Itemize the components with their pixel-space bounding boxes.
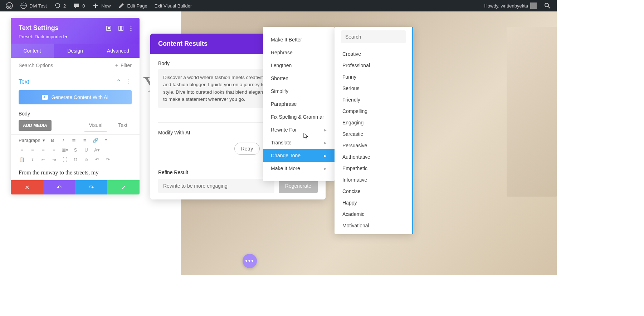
- number-list-icon[interactable]: ≡: [82, 138, 88, 143]
- bullet-list-icon[interactable]: ≣: [71, 138, 77, 143]
- editor-content[interactable]: From the runway to the streets, my: [11, 165, 140, 180]
- cancel-button[interactable]: ✕: [11, 180, 43, 194]
- tone-item-informative[interactable]: Informative: [341, 174, 406, 186]
- tone-search-input[interactable]: [341, 30, 406, 43]
- underline-icon[interactable]: U: [83, 147, 89, 153]
- visual-tab[interactable]: Visual: [84, 119, 107, 132]
- comments-count: 0: [82, 3, 85, 9]
- improve-ai-menu: Make It BetterRephraseLengthenShortenSim…: [263, 27, 335, 181]
- omega-icon[interactable]: Ω: [72, 157, 79, 162]
- tone-item-serious[interactable]: Serious: [341, 83, 406, 94]
- tone-item-funny[interactable]: Funny: [341, 71, 406, 83]
- exit-visual-builder[interactable]: Exit Visual Builder: [152, 0, 195, 11]
- new-label: New: [101, 3, 111, 9]
- ai-menu-item-paraphrase[interactable]: Paraphrase: [263, 98, 335, 110]
- ai-menu-item-shorten[interactable]: Shorten: [263, 72, 335, 85]
- ai-menu-item-lengthen[interactable]: Lengthen: [263, 59, 335, 72]
- emoji-icon[interactable]: ☺: [83, 157, 89, 162]
- kebab-small-icon[interactable]: ⋮: [126, 78, 132, 85]
- comments[interactable]: 0: [70, 0, 88, 11]
- strike-icon[interactable]: S: [72, 147, 79, 153]
- ai-menu-item-simplify[interactable]: Simplify: [263, 85, 335, 98]
- tone-item-happy[interactable]: Happy: [341, 197, 406, 208]
- refresh-icon: [54, 2, 61, 9]
- wp-logo[interactable]: [3, 0, 16, 11]
- align-right-icon[interactable]: ≡: [40, 147, 47, 153]
- paste-icon[interactable]: 📋: [19, 157, 25, 162]
- tone-item-persuasive[interactable]: Persuasive: [341, 140, 406, 151]
- text-tab[interactable]: Text: [114, 119, 132, 132]
- kebab-icon[interactable]: [130, 25, 132, 31]
- tone-item-friendly[interactable]: Friendly: [341, 94, 406, 105]
- retry-button[interactable]: Retry: [234, 143, 260, 155]
- settings-tabs: Content Design Advanced: [11, 44, 140, 58]
- ai-menu-item-rephrase[interactable]: Rephrase: [263, 46, 335, 59]
- svg-rect-6: [121, 26, 123, 30]
- tone-item-creative[interactable]: Creative: [341, 48, 406, 60]
- tone-item-empathetic[interactable]: Empathetic: [341, 163, 406, 174]
- indent-icon[interactable]: ⇥: [51, 157, 57, 162]
- bold-icon[interactable]: B: [49, 138, 56, 143]
- text-section-header[interactable]: Text ⌃ ⋮: [11, 73, 140, 90]
- link-icon[interactable]: 🔗: [92, 138, 99, 143]
- search-toggle[interactable]: [541, 0, 554, 11]
- settings-header: Text Settings Preset: Dark imported ▾: [11, 18, 140, 44]
- tone-item-professional[interactable]: Professional: [341, 60, 406, 71]
- divi-fab[interactable]: •••: [243, 254, 257, 268]
- add-media-button[interactable]: ADD MEDIA: [19, 120, 52, 131]
- ai-menu-item-make-it-more[interactable]: Make It More▶: [263, 162, 335, 175]
- updates[interactable]: 2: [51, 0, 69, 11]
- save-button[interactable]: ✓: [107, 180, 140, 194]
- text-color-icon[interactable]: A▾: [94, 147, 100, 153]
- tone-item-academic[interactable]: Academic: [341, 208, 406, 220]
- clear-format-icon[interactable]: T̶: [29, 157, 36, 162]
- ai-menu-item-translate[interactable]: Translate▶: [263, 136, 335, 149]
- quote-icon[interactable]: ❝: [103, 138, 109, 143]
- fullscreen-icon[interactable]: ⛶: [62, 157, 68, 162]
- redo-button[interactable]: ↷: [75, 180, 107, 194]
- align-left-icon[interactable]: ≡: [19, 147, 25, 153]
- undo-icon[interactable]: ↶: [94, 157, 100, 162]
- tone-item-sarcastic[interactable]: Sarcastic: [341, 128, 406, 140]
- tone-item-concise[interactable]: Concise: [341, 186, 406, 197]
- cursor-icon: [303, 133, 309, 140]
- preset-label[interactable]: Preset: Dark imported ▾: [19, 34, 132, 39]
- outdent-icon[interactable]: ⇤: [40, 157, 47, 162]
- undo-button[interactable]: ↶: [43, 180, 75, 194]
- table-icon[interactable]: ▦▾: [62, 147, 68, 153]
- generate-ai-button[interactable]: AI Generate Content With AI: [19, 90, 132, 104]
- generate-ai-label: Generate Content With AI: [52, 94, 109, 100]
- paragraph-select[interactable]: Paragraph ▾: [19, 138, 45, 143]
- edit-page[interactable]: Edit Page: [115, 0, 150, 11]
- tone-item-enthusiastic[interactable]: Enthusiastic: [341, 231, 406, 234]
- redo-icon[interactable]: ↷: [104, 157, 111, 162]
- tone-item-authoritative[interactable]: Authoritative: [341, 151, 406, 163]
- tone-item-motivational[interactable]: Motivational: [341, 220, 406, 231]
- tone-item-engaging[interactable]: Engaging: [341, 117, 406, 128]
- ai-menu-item-change-tone[interactable]: Change Tone▶: [263, 149, 335, 162]
- columns-icon[interactable]: [118, 25, 124, 31]
- search-options[interactable]: Search Options: [19, 63, 53, 68]
- tab-design[interactable]: Design: [54, 44, 97, 58]
- tone-item-compelling[interactable]: Compelling: [341, 105, 406, 117]
- new-content[interactable]: New: [89, 0, 113, 11]
- align-center-icon[interactable]: ≡: [29, 147, 36, 153]
- site-name[interactable]: Divi Test: [17, 0, 50, 11]
- ai-menu-item-make-it-better[interactable]: Make It Better: [263, 33, 335, 46]
- svg-point-8: [131, 28, 132, 29]
- refine-input[interactable]: [158, 179, 274, 193]
- ai-menu-item-fix-spelling-grammar[interactable]: Fix Spelling & Grammar: [263, 110, 335, 123]
- user-greeting[interactable]: Howdy, writtenbyekta: [481, 0, 540, 11]
- italic-icon[interactable]: I: [60, 138, 67, 143]
- filter-button[interactable]: ＋ Filter: [114, 62, 132, 69]
- svg-point-9: [131, 30, 132, 31]
- chevron-up-icon[interactable]: ⌃: [116, 78, 121, 85]
- text-settings-panel: Text Settings Preset: Dark imported ▾ Co…: [11, 18, 140, 194]
- wordpress-icon: [6, 2, 13, 9]
- tab-content[interactable]: Content: [11, 44, 54, 58]
- tab-advanced[interactable]: Advanced: [97, 44, 140, 58]
- section-title: Text: [19, 79, 29, 85]
- expand-icon[interactable]: [106, 25, 112, 31]
- ai-menu-item-rewrite-for[interactable]: Rewrite For▶: [263, 123, 335, 136]
- align-justify-icon[interactable]: ≡: [51, 147, 57, 153]
